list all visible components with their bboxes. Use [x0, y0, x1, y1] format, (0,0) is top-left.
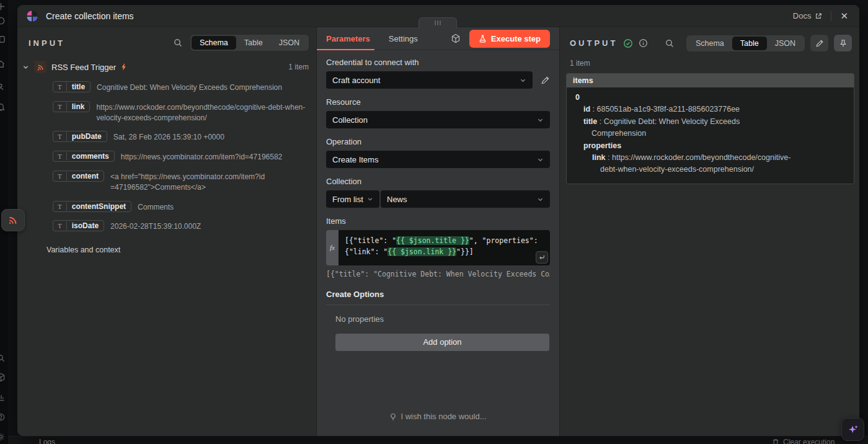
variables-context-link[interactable]: Variables and context	[46, 246, 316, 254]
output-table: items 0 id : 685051ab-a1c9-3f8f-a211-885…	[566, 73, 854, 184]
close-icon[interactable]: ✕	[840, 11, 848, 20]
output-tab-schema[interactable]: Schema	[688, 37, 732, 50]
schema-field-list: Ttitle Cognitive Debt: When Velocity Exc…	[53, 81, 306, 232]
row-index: 0	[573, 92, 792, 104]
panel-layout-icon[interactable]	[0, 35, 7, 46]
lightning-icon	[121, 63, 127, 71]
fx-expression-icon: fx	[326, 230, 339, 265]
package-icon[interactable]	[0, 373, 7, 384]
output-field-link: link : https://www.rockoder.com/beyondth…	[573, 152, 792, 176]
expand-expression-icon[interactable]	[536, 251, 548, 264]
string-type-icon: T	[53, 133, 66, 140]
input-tab-table[interactable]: Table	[236, 36, 271, 50]
node-feedback-link[interactable]: I wish this node would...	[317, 412, 559, 421]
circle-icon[interactable]	[0, 16, 7, 27]
output-panel-title: OUTPUT	[570, 38, 618, 48]
credential-edit-pencil-icon[interactable]	[541, 76, 550, 85]
string-type-icon: T	[53, 83, 66, 91]
expression-result-preview: [{"title": "Cognitive Debt: When Velocit…	[326, 270, 550, 278]
output-tab-json[interactable]: JSON	[767, 37, 804, 50]
output-view-tabs: Schema Table JSON	[686, 35, 805, 51]
schema-row-isodate[interactable]: TisoDate 2026-02-28T15:39:10.000Z	[53, 220, 306, 232]
resource-label: Resource	[326, 97, 550, 107]
chevron-down-icon	[537, 156, 544, 163]
docs-link[interactable]: Docs	[793, 11, 823, 20]
schema-row-link[interactable]: Tlink https://www.rockoder.com/beyondthe…	[53, 101, 306, 123]
input-tab-json[interactable]: JSON	[271, 36, 308, 50]
chevron-down-icon	[367, 196, 373, 202]
gear-icon[interactable]	[0, 432, 7, 443]
ai-assistant-button[interactable]	[841, 418, 864, 441]
schema-row-pubdate[interactable]: TpubDate Sat, 28 Feb 2026 15:39:10 +0000	[53, 131, 306, 143]
resource-select[interactable]: Collection	[326, 111, 550, 128]
output-table-header[interactable]: items	[567, 74, 854, 87]
items-expression-editor[interactable]: fx [{"title": "{{ $json.title }}", "prop…	[326, 230, 550, 265]
output-table-row[interactable]: 0 id : 685051ab-a1c9-3f8f-a211-885602377…	[573, 92, 792, 176]
clear-execution-button[interactable]: Clear execution	[772, 438, 835, 444]
collection-value-select[interactable]: News	[381, 190, 550, 208]
output-field-title: title : Cognitive Debt: When Velocity Ex…	[573, 116, 792, 140]
tab-settings[interactable]: Settings	[389, 34, 418, 43]
string-type-icon: T	[53, 203, 66, 210]
schema-row-title[interactable]: Ttitle Cognitive Debt: When Velocity Exc…	[53, 81, 306, 93]
schema-row-contentsnippet[interactable]: TcontentSnippet Comments	[53, 201, 306, 213]
node-detail-modal: Create collection items Docs ✕ INPUT Sch…	[17, 5, 859, 436]
logs-panel-label[interactable]: Logs	[39, 438, 55, 444]
output-field-properties: properties	[573, 140, 792, 152]
string-type-icon: T	[53, 172, 66, 180]
bell-icon[interactable]	[0, 102, 7, 113]
input-trigger-row[interactable]: RSS Feed Trigger 1 item	[22, 61, 309, 73]
chevron-down-icon	[520, 77, 526, 84]
collection-mode-select[interactable]: From list	[326, 190, 379, 208]
rss-trigger-node-chip[interactable]	[1, 209, 25, 231]
header-divider	[831, 11, 831, 21]
operation-label: Operation	[326, 137, 550, 146]
help-icon[interactable]	[0, 412, 7, 424]
node-settings-tabs: Parameters Settings Execute step	[317, 27, 559, 50]
schema-row-comments[interactable]: Tcomments https://news.ycombinator.com/i…	[53, 151, 306, 162]
users-icon[interactable]	[0, 82, 7, 94]
chevron-down-icon	[537, 117, 544, 123]
canvas-bottom-bar: Logs Clear execution	[8, 436, 868, 444]
rss-icon	[7, 215, 19, 226]
items-label: Items	[326, 216, 550, 226]
edit-output-pencil-icon[interactable]	[810, 35, 828, 51]
info-icon[interactable]	[639, 38, 648, 48]
operation-select[interactable]: Create Items	[326, 151, 550, 168]
chart-icon[interactable]	[0, 393, 7, 404]
modal-title: Create collection items	[46, 11, 134, 21]
search-rail-icon[interactable]	[0, 353, 7, 365]
node-logo-icon	[26, 10, 38, 22]
execute-step-button[interactable]: Execute step	[469, 30, 550, 48]
output-tab-table[interactable]: Table	[732, 37, 767, 50]
create-options-label: Create Options	[326, 290, 550, 305]
output-search-icon[interactable]	[665, 38, 675, 48]
chevron-down-icon[interactable]	[22, 64, 29, 71]
no-properties-text: No properties	[335, 314, 550, 324]
add-option-button[interactable]: Add option	[335, 334, 549, 351]
flask-icon	[479, 35, 487, 43]
output-panel: OUTPUT Schema Table JSON	[560, 27, 859, 436]
credential-select[interactable]: Craft account	[326, 71, 533, 89]
collection-label: Collection	[326, 177, 550, 186]
string-type-icon: T	[53, 103, 66, 110]
pin-data-icon[interactable]	[834, 35, 852, 51]
input-search-icon[interactable]	[173, 38, 183, 48]
plus-icon[interactable]	[0, 2, 7, 13]
items-expression[interactable]: [{"title": "{{ $json.title }}", "propert…	[339, 230, 550, 265]
input-items-count: 1 item	[288, 63, 309, 71]
cube-icon[interactable]	[451, 33, 461, 43]
string-type-icon: T	[53, 153, 66, 160]
schema-row-content[interactable]: Tcontent <a href="https://news.ycombinat…	[53, 171, 306, 193]
success-check-icon	[623, 38, 633, 48]
string-type-icon: T	[53, 222, 66, 229]
input-panel-title: INPUT	[29, 38, 65, 48]
home-icon[interactable]	[0, 60, 7, 71]
tab-parameters[interactable]: Parameters	[326, 34, 370, 43]
parameters-panel: Parameters Settings Execute step Credent…	[316, 27, 560, 436]
input-tab-schema[interactable]: Schema	[192, 36, 236, 50]
lightbulb-icon	[389, 413, 397, 420]
panel-drag-handle[interactable]	[418, 17, 457, 28]
sparkle-icon	[846, 423, 860, 437]
credential-label: Credential to connect with	[326, 58, 550, 67]
